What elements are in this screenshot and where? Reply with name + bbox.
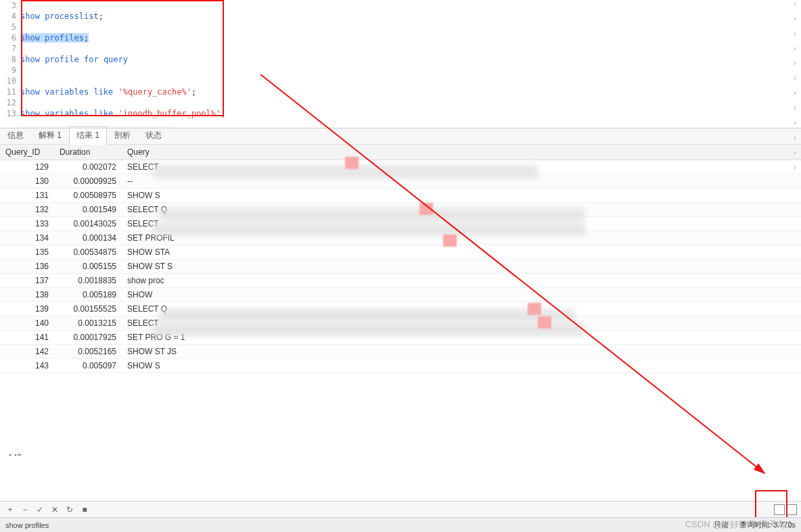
redaction	[159, 208, 585, 222]
add-button[interactable]: +	[4, 504, 16, 516]
fold-chevron-icon[interactable]: ›	[790, 74, 800, 89]
fold-chevron-icon[interactable]: ›	[790, 89, 800, 104]
status-bar: show profiles 只读 查询时间: 3.770s	[0, 517, 801, 532]
redaction	[538, 316, 551, 329]
fold-chevron-icon[interactable]: ›	[790, 149, 800, 164]
code-line[interactable]: show variables like '%query_cache%';	[20, 87, 801, 97]
fold-chevron-icon[interactable]: ›	[790, 119, 800, 134]
tab-1[interactable]: 解释 1	[31, 126, 69, 144]
line-gutter: 345678910111213	[0, 0, 20, 128]
code-line[interactable]: show variables like 'innodb_buffer_pool%…	[20, 108, 801, 119]
result-tabs: 信息解释 1结果 1剖析状态	[0, 128, 801, 145]
check-button[interactable]: ✓	[34, 504, 46, 516]
tab-4[interactable]: 状态	[138, 126, 169, 144]
redaction	[159, 309, 575, 322]
bottom-toolbar: + − ✓ ✕ ↻ ■	[0, 501, 801, 517]
grid-view-icon[interactable]	[774, 504, 785, 515]
sql-editor[interactable]: 345678910111213 show processlist;show pr…	[0, 0, 801, 128]
col-header[interactable]: Query_ID	[0, 145, 54, 160]
table-row[interactable]: 1350.00534875SHOW STA	[0, 245, 801, 260]
code-line[interactable]	[20, 65, 801, 76]
fold-chevron-icon[interactable]: ›	[790, 15, 800, 30]
fold-chevron-icon[interactable]: ›	[790, 59, 800, 74]
redaction	[528, 303, 541, 315]
code-line[interactable]: show profiles;	[20, 32, 801, 43]
code-line[interactable]: show profile for query	[20, 54, 801, 65]
col-header[interactable]: Duration	[54, 145, 122, 160]
fold-chevron-icon[interactable]: ›	[790, 45, 800, 59]
code-line[interactable]: show processlist;	[20, 11, 801, 22]
refresh-button[interactable]: ↻	[64, 504, 76, 516]
table-row[interactable]: 1370.0018835show proc	[0, 274, 801, 288]
cancel-button[interactable]: ✕	[49, 504, 61, 516]
results-pane: Query_IDDurationQuery 1290.002072SELECT1…	[0, 145, 801, 456]
form-view-icon[interactable]	[786, 504, 797, 515]
redaction	[443, 235, 457, 247]
redaction	[345, 157, 359, 169]
status-command: show profiles	[5, 521, 49, 529]
status-query-time: 查询时间: 3.770s	[739, 520, 796, 530]
results-table[interactable]: Query_IDDurationQuery 1290.002072SELECT1…	[0, 145, 801, 373]
view-mode-buttons[interactable]	[774, 504, 797, 515]
status-readonly: 只读	[714, 520, 729, 530]
fold-chevron-icon[interactable]: ›	[790, 30, 800, 45]
redaction	[152, 222, 585, 236]
redaction	[419, 203, 433, 215]
tab-0[interactable]: 信息	[0, 126, 31, 144]
fold-chevron-icon[interactable]: ›	[790, 0, 800, 15]
table-row[interactable]: 1420.0052165SHOW ST JS	[0, 345, 801, 359]
code-area[interactable]: show processlist;show profiles;show prof…	[20, 0, 801, 128]
table-row[interactable]: 1360.005155SHOW ST S	[0, 260, 801, 274]
code-line[interactable]	[20, 0, 801, 11]
tab-3[interactable]: 剖析	[107, 126, 138, 144]
code-line[interactable]	[20, 97, 801, 108]
fold-chevron-icon[interactable]: ›	[790, 104, 800, 119]
col-header[interactable]: Query	[122, 145, 801, 160]
fold-chevron-icon[interactable]: ›	[790, 134, 800, 149]
redaction	[152, 323, 585, 337]
code-line[interactable]	[20, 22, 801, 32]
fold-chevron-icon[interactable]: ›	[790, 164, 800, 178]
table-row[interactable]: 1310.00508975SHOW S	[0, 189, 801, 203]
code-line[interactable]	[20, 43, 801, 54]
tab-2[interactable]: 结果 1	[69, 126, 107, 145]
code-line[interactable]	[20, 76, 801, 87]
row-count: 143	[8, 453, 22, 456]
table-row[interactable]: 1380.005189SHOW	[0, 288, 801, 302]
stop-button[interactable]: ■	[78, 504, 91, 516]
remove-button[interactable]: −	[19, 504, 31, 516]
fold-gutter: ››››››››››››	[790, 0, 800, 178]
table-row[interactable]: 1430.005097SHOW S	[0, 359, 801, 373]
